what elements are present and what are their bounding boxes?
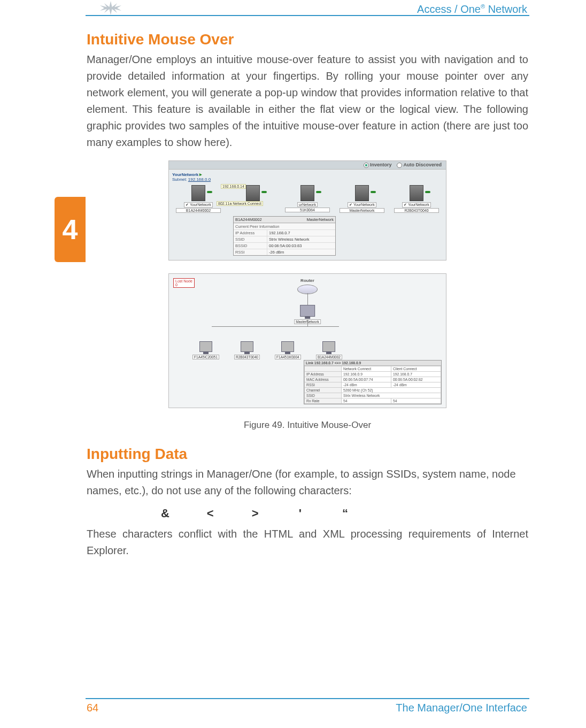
pc-stand-icon	[244, 352, 250, 354]
pc-stand-icon	[285, 352, 290, 354]
network-name-text: YourNetwork	[172, 172, 198, 177]
subnet-line: Subnet: 192.168.0.0	[169, 177, 446, 184]
registered-mark: ®	[481, 3, 485, 10]
child-node: R2B043T0040	[234, 341, 260, 359]
popup-header: B1A244M0002 MasterNetwork	[234, 217, 335, 223]
pc-stand-icon	[305, 317, 310, 319]
child-node: F1A451M3004	[275, 341, 301, 359]
footer-rule	[86, 698, 529, 699]
popup-col: Network Connect	[342, 366, 391, 371]
section-body-inputting-2: These characters conflict with the HTML …	[87, 526, 528, 559]
server-icon	[191, 185, 205, 201]
node-check-label: YourNetwork	[190, 203, 211, 206]
expand-arrow-icon: ▸	[199, 172, 202, 177]
net-line-icon	[212, 326, 339, 327]
node-check: urNetwork	[297, 202, 318, 207]
popup-key: BSSID	[234, 243, 267, 249]
node-box: urNetwork 51K0064	[285, 185, 330, 213]
pc-icon	[322, 341, 335, 352]
network-name-label: YourNetwork▸	[169, 170, 446, 177]
page-content: Intuitive Mouse Over Manager/One employs…	[87, 28, 528, 566]
radio-auto-label: Auto Discovered	[403, 162, 442, 167]
forbidden-characters-row: & < > ' “	[145, 507, 528, 520]
popup-row: IP Address192.168.0.7	[234, 229, 335, 236]
popup-row: BSSID00:06:5A:00:03:83	[234, 242, 335, 249]
net-line-icon	[307, 320, 308, 326]
tooltip-ip: 192.168.0.14	[221, 184, 246, 189]
popup-value: -26 dBm	[267, 249, 335, 255]
popup-value: 54	[391, 398, 441, 403]
section-heading-mouse-over: Intuitive Mouse Over	[87, 31, 528, 48]
node-id: 51K0064	[285, 208, 330, 212]
popup-value: 54	[342, 398, 391, 403]
radio-inventory-label: Inventory	[370, 162, 392, 167]
child-label: R2B043T0040	[234, 355, 260, 359]
server-icon	[300, 185, 314, 201]
node-box: ✔ YourNetwork B1A244M0002	[176, 185, 221, 213]
router-label: Router	[300, 278, 314, 283]
header-product-line: Access / One	[417, 3, 481, 15]
popup-row: RSSI-26 dBm	[234, 249, 335, 255]
lost-node-count: 0	[175, 283, 178, 287]
popup-value: 00:06:5A:00:07:74	[342, 377, 391, 382]
popup-value: 00:06:5A:00:02:82	[391, 377, 441, 382]
node-row: ✔ YourNetwork B1A244M0002 192.168.0.14 8…	[169, 184, 446, 214]
popup-row: SSIDStrix Wireless Network	[234, 236, 335, 242]
popup-section-label: Current Peer Information	[234, 224, 335, 229]
net-line-icon	[307, 293, 308, 305]
popup-value: 192.168.0.9	[342, 371, 391, 377]
popup-value: 00:06:5A:00:03:83	[267, 243, 335, 249]
node-check-label: urNetwork	[299, 203, 316, 206]
child-label: F1A451M3004	[275, 355, 301, 359]
brand-logo-icon	[99, 1, 122, 17]
forbidden-char: “	[326, 507, 366, 520]
popup-section: Current Peer Information	[234, 223, 335, 229]
forbidden-char: '	[280, 507, 321, 520]
svg-marker-4	[111, 5, 121, 11]
popup-key: Channel	[305, 387, 342, 393]
popup-value: -24 dBm	[391, 382, 441, 387]
child-node: F1A45IC20051	[192, 341, 219, 359]
footer-section-title: The Manager/One Interface	[396, 702, 527, 714]
pc-icon	[241, 341, 253, 352]
server-icon	[410, 185, 423, 201]
section-heading-inputting: Inputting Data	[87, 446, 528, 463]
subnet-prefix: Subnet:	[172, 177, 188, 182]
node-box: ✔ YourNetwork R2B043T0040	[394, 185, 439, 213]
popup-title-right: MasterNetwork	[307, 217, 334, 222]
tooltip-type: 802.11a Network Connect	[217, 201, 263, 206]
popup-title-left: B1A244M0002	[235, 217, 262, 222]
figure-49-container: Inventory Auto Discovered YourNetwork▸ S…	[168, 160, 446, 431]
popup-link-table: Network ConnectClient Connect IP Address…	[304, 366, 441, 404]
child-row: F1A45IC20051 R2B043T0040 F1A451M3004 B1A…	[185, 341, 350, 359]
forbidden-char: >	[235, 507, 276, 520]
node-check: ✔ YourNetwork	[402, 202, 431, 208]
node-id: MasterNetwork	[340, 208, 384, 213]
popup-value: 192.168.0.7	[267, 230, 335, 236]
popup-key: IP Address	[234, 230, 267, 236]
popup-key: Rx Rate	[305, 398, 342, 403]
node-check: ✔ YourNetwork	[348, 202, 376, 208]
pc-icon	[281, 341, 294, 352]
popup-key: IP Address	[305, 371, 342, 377]
node-check-label: YourNetwork	[408, 203, 429, 206]
popup-value: -24 dBm	[342, 382, 391, 387]
popup-key: RSSI	[305, 382, 342, 387]
figure-top-panel: Inventory Auto Discovered YourNetwork▸ S…	[168, 160, 446, 260]
figure-caption: Figure 49. Intuitive Mouse-Over	[168, 420, 446, 431]
popup-key: SSID	[305, 393, 342, 398]
mouseover-popup-link: Link 192.168.0.7 <=> 192.168.0.9 Network…	[304, 360, 442, 404]
pc-stand-icon	[203, 352, 209, 354]
section-body-inputting-1: When inputting strings in Manager/One (f…	[87, 466, 528, 499]
node-check: ✔ YourNetwork	[184, 202, 213, 208]
popup-value: 192.168.0.7	[391, 371, 441, 377]
popup-value: Strix Wireless Network	[267, 236, 335, 242]
node-id: R2B043T0040	[394, 208, 439, 213]
radio-inventory-icon	[364, 163, 369, 168]
pc-icon	[300, 305, 315, 317]
radio-auto-icon	[397, 163, 402, 168]
header-product-suffix: Network	[485, 3, 527, 15]
forbidden-char: <	[190, 507, 231, 520]
popup-link-header: Link 192.168.0.7 <=> 192.168.0.9	[304, 361, 441, 366]
figure-top-toolbar: Inventory Auto Discovered	[169, 161, 446, 170]
